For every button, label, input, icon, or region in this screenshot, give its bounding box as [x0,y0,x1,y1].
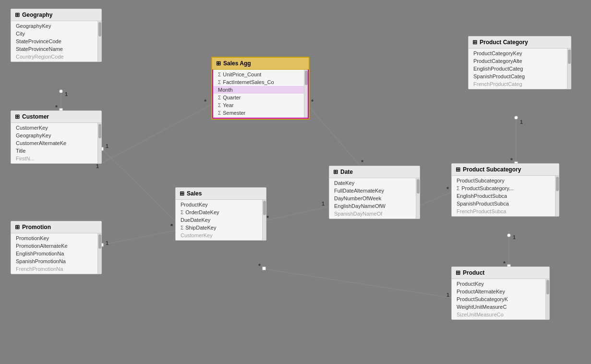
field-row: CustomerKey [176,231,266,239]
svg-line-23 [418,192,451,206]
svg-line-5 [102,149,175,221]
svg-text:1: 1 [513,234,516,240]
field-row: CountryRegionCode [11,53,101,61]
svg-text:*: * [204,98,207,105]
field-row: EnglishProductCateg [469,65,571,73]
svg-line-16 [264,206,329,221]
field-row: Σ Quarter [213,94,308,101]
field-row: CustomerKey [11,124,101,132]
product-header: ⊞ Product [452,267,549,279]
field-row: ProductCategoryKey [469,49,571,57]
field-row: City [11,30,101,37]
svg-text:*: * [170,222,173,230]
svg-text:*: * [446,185,449,193]
customer-table: ⊞ Customer CustomerKey GeographyKey Cust… [11,110,102,164]
table-icon: ⊞ [456,166,460,173]
table-icon: ⊞ [180,190,184,197]
svg-text:*: * [311,98,314,105]
field-row: FullDateAlternateKey [329,187,420,194]
svg-point-3 [59,89,63,93]
svg-point-30 [514,116,518,120]
svg-text:1: 1 [65,91,68,97]
svg-text:1: 1 [106,240,109,246]
svg-text:*: * [55,104,58,111]
field-row: SizeUnitMeasureCo [452,311,549,318]
field-row: EnglishDayNameOfW [329,202,420,210]
product-category-table: ⊞ Product Category ProductCategoryKey Pr… [468,36,571,89]
field-row: Σ Semester [213,109,308,117]
svg-line-13 [307,105,360,166]
product-subcategory-table: ⊞ Product Subcategory ProductSubcategory… [451,163,559,217]
svg-line-9 [102,231,175,245]
field-row: SpanishProductSubca [452,200,559,207]
field-row: ProductCategoryAlte [469,57,571,65]
customer-header: ⊞ Customer [11,111,101,123]
table-icon: ⊞ [333,169,338,175]
field-row: ProductKey [176,201,266,208]
field-row: FrenchPromotionNa [11,265,101,273]
svg-text:*: * [503,260,506,267]
field-row: ProductKey [452,280,549,288]
sales-table: ⊞ Sales ProductKey Σ OrderDateKey DueDat… [175,187,266,241]
field-row: Σ Year [213,101,308,109]
field-row: FrenchProductSubca [452,207,559,215]
geography-table: ⊞ Geography GeographyKey City StateProvi… [11,9,102,62]
table-icon: ⊞ [15,12,20,18]
svg-text:*: * [266,214,269,221]
field-row: WeightUnitMeasureC [452,303,549,311]
svg-text:*: * [258,262,261,269]
field-row: Σ OrderDateKey [176,208,266,216]
svg-text:1: 1 [96,163,99,169]
field-row-month: Month [212,86,308,94]
table-icon: ⊞ [216,60,221,67]
geography-header: ⊞ Geography [11,9,101,21]
sales-header: ⊞ Sales [176,188,266,200]
field-row: SpanishProductCateg [469,73,571,80]
svg-point-35 [507,233,511,237]
svg-text:*: * [361,158,364,166]
promotion-table: ⊞ Promotion PromotionKey PromotionAltern… [11,221,102,274]
svg-text:*: * [170,222,173,230]
table-icon: ⊞ [472,39,477,46]
field-row: DayNumberOfWeek [329,194,420,202]
date-table: ⊞ Date DateKey FullDateAlternateKey DayN… [329,166,420,219]
field-row: Title [11,147,101,155]
field-row: DueDateKey [176,216,266,224]
product-category-header: ⊞ Product Category [469,36,571,49]
field-row: ProductSubcategory [452,177,559,184]
svg-text:1: 1 [446,292,449,298]
field-row: GeographyKey [11,132,101,139]
svg-line-37 [264,269,451,298]
sales-agg-table: ⊞ Sales Agg Σ UnitPrice_Count Σ FactInte… [211,57,310,120]
svg-line-20 [102,105,211,163]
field-row: Σ FactInternetSales_Co [213,78,308,86]
field-row: ProductSubcategoryK [452,295,549,303]
field-row: StateProvinceCode [11,37,101,45]
table-icon: ⊞ [456,269,460,276]
field-row: Σ ProductSubcategory... [452,184,559,192]
svg-text:1: 1 [322,201,325,206]
table-icon: ⊞ [15,224,20,231]
svg-text:*: * [510,157,513,164]
promotion-header: ⊞ Promotion [11,221,101,233]
field-row: Σ UnitPrice_Count [213,71,308,78]
field-row: SpanishDayNameOf [329,210,420,218]
table-icon: ⊞ [15,113,20,120]
product-subcategory-header: ⊞ Product Subcategory [452,164,559,176]
svg-text:1: 1 [106,143,109,149]
field-row: EnglishPromotionNa [11,250,101,257]
date-header: ⊞ Date [329,166,420,178]
field-row: FrenchProductCateg [469,80,571,88]
field-row: DateKey [329,179,420,187]
field-row: SpanishPromotionNa [11,257,101,265]
field-row: FirstN... [11,155,101,162]
field-row: EnglishProductSubca [452,192,559,200]
field-row: StateProvinceName [11,45,101,53]
field-row: PromotionKey [11,234,101,242]
field-row: Σ ShipDateKey [176,224,266,231]
sales-agg-header: ⊞ Sales Agg [212,58,309,70]
svg-text:1: 1 [520,119,523,125]
field-row: CustomerAlternateKe [11,139,101,147]
field-row: ProductAlternateKey [452,288,549,295]
field-row: PromotionAlternateKe [11,242,101,250]
